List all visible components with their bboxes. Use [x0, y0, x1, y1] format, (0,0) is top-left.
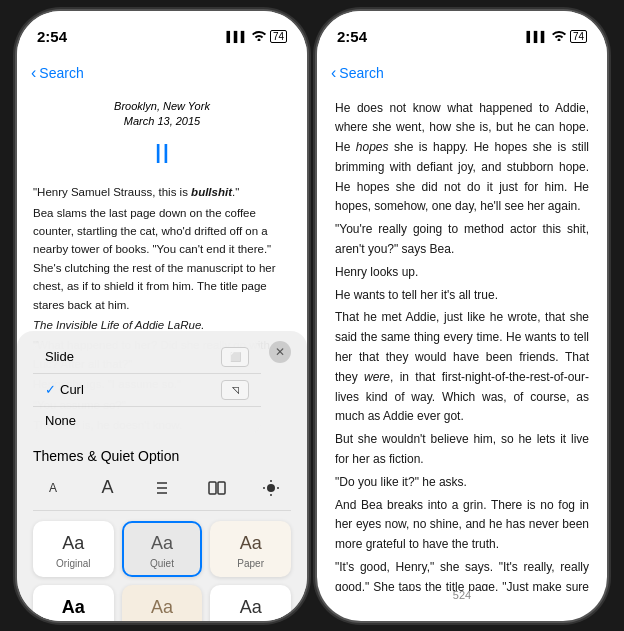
battery-icon: 74: [270, 30, 287, 43]
slide-option-none[interactable]: None: [33, 407, 261, 434]
signal-icon-right: ▌▌▌: [527, 31, 548, 42]
status-icons-left: ▌▌▌ 74: [227, 30, 287, 43]
theme-original-name: Original: [56, 558, 90, 569]
svg-rect-3: [209, 482, 216, 494]
nav-bar-right: ‹ Search: [317, 55, 607, 91]
status-bar-right: 2:54 ▌▌▌ 74: [317, 11, 607, 55]
back-button-right[interactable]: ‹ Search: [331, 64, 384, 82]
reading-para-1: He does not know what happened to Addie,…: [335, 99, 589, 218]
brightness-icon[interactable]: [255, 474, 287, 502]
signal-icon: ▌▌▌: [227, 31, 248, 42]
book-para-2: Bea slams the last page down on the coff…: [33, 204, 291, 314]
reading-para-4: He wants to tell her it's all true.: [335, 286, 589, 306]
theme-paper[interactable]: Aa Paper: [210, 521, 291, 577]
slide-option-label: Slide: [45, 349, 74, 364]
wifi-icon: [252, 30, 266, 43]
themes-label: Themes & Quiet Option: [33, 448, 179, 464]
book-para-1: "Henry Samuel Strauss, this is bullshit.…: [33, 183, 291, 201]
page-number: 524: [453, 589, 471, 601]
wifi-icon-right: [552, 30, 566, 43]
slide-icon: ⬜: [221, 347, 249, 367]
status-bar-left: 2:54 ▌▌▌ 74: [17, 11, 307, 55]
theme-focus[interactable]: Aa Focus: [210, 585, 291, 621]
reading-para-6: But she wouldn't believe him, so he lets…: [335, 430, 589, 470]
theme-original[interactable]: Aa Original: [33, 521, 114, 577]
book-location: Brooklyn, New YorkMarch 13, 2015: [33, 99, 291, 130]
slide-option-slide[interactable]: Slide ⬜: [33, 341, 261, 373]
status-icons-right: ▌▌▌ 74: [527, 30, 587, 43]
back-label-right: Search: [339, 65, 383, 81]
line-spacing-icon[interactable]: [146, 474, 178, 502]
phones-container: 2:54 ▌▌▌ 74 ‹ Search Brooklyn, New YorkM…: [17, 11, 607, 621]
theme-quiet-name: Quiet: [150, 558, 174, 569]
none-option-label: None: [45, 413, 76, 428]
slide-option-curl[interactable]: ✓ Curl ◹: [33, 374, 261, 406]
theme-calm-label: Aa: [151, 597, 173, 618]
curl-icon: ◹: [221, 380, 249, 400]
book-chapter: II: [33, 133, 291, 175]
svg-point-5: [267, 484, 275, 492]
theme-paper-label: Aa: [240, 533, 262, 554]
font-large-icon[interactable]: A: [92, 474, 124, 502]
theme-bold[interactable]: Aa Bold: [33, 585, 114, 621]
theme-bold-label: Aa: [62, 597, 85, 618]
font-small-icon[interactable]: A: [37, 474, 69, 502]
chevron-left-icon-right: ‹: [331, 64, 336, 82]
right-phone: 2:54 ▌▌▌ 74 ‹ Search He does not know wh…: [317, 11, 607, 621]
chevron-left-icon: ‹: [31, 64, 36, 82]
status-time-right: 2:54: [337, 28, 367, 45]
status-time-left: 2:54: [37, 28, 67, 45]
toolbar-icons-row: A A: [33, 470, 291, 511]
back-button-left[interactable]: ‹ Search: [31, 64, 84, 82]
theme-focus-label: Aa: [240, 597, 262, 618]
themes-header: Themes & Quiet Option: [33, 448, 291, 464]
theme-quiet[interactable]: Aa Quiet: [122, 521, 203, 577]
battery-icon-right: 74: [570, 30, 587, 43]
reading-para-3: Henry looks up.: [335, 263, 589, 283]
reading-para-9: "It's good, Henry," she says. "It's real…: [335, 558, 589, 590]
reading-content: He does not know what happened to Addie,…: [317, 91, 607, 591]
reading-para-2: "You're really going to method actor thi…: [335, 220, 589, 260]
theme-calm[interactable]: Aa Calm: [122, 585, 203, 621]
svg-rect-4: [218, 482, 225, 494]
slide-options-section: Slide ⬜ ✓ Curl ◹ None: [33, 341, 261, 434]
checkmark-icon: ✓: [45, 382, 56, 397]
nav-bar-left: ‹ Search: [17, 55, 307, 91]
bottom-toolbar-left: Slide ⬜ ✓ Curl ◹ None ✕: [17, 331, 307, 621]
reading-para-8: And Bea breaks into a grin. There is no …: [335, 496, 589, 555]
left-phone: 2:54 ▌▌▌ 74 ‹ Search Brooklyn, New YorkM…: [17, 11, 307, 621]
back-label-left: Search: [39, 65, 83, 81]
reading-para-7: "Do you like it?" he asks.: [335, 473, 589, 493]
column-icon[interactable]: [201, 474, 233, 502]
close-button[interactable]: ✕: [269, 341, 291, 363]
theme-original-label: Aa: [62, 533, 84, 554]
reading-para-5: That he met Addie, just like he wrote, t…: [335, 308, 589, 427]
curl-option-label: Curl: [60, 382, 84, 397]
book-header: Brooklyn, New YorkMarch 13, 2015 II: [33, 99, 291, 176]
themes-grid: Aa Original Aa Quiet Aa Paper Aa Bold Aa: [33, 521, 291, 621]
theme-quiet-label: Aa: [151, 533, 173, 554]
theme-paper-name: Paper: [237, 558, 264, 569]
